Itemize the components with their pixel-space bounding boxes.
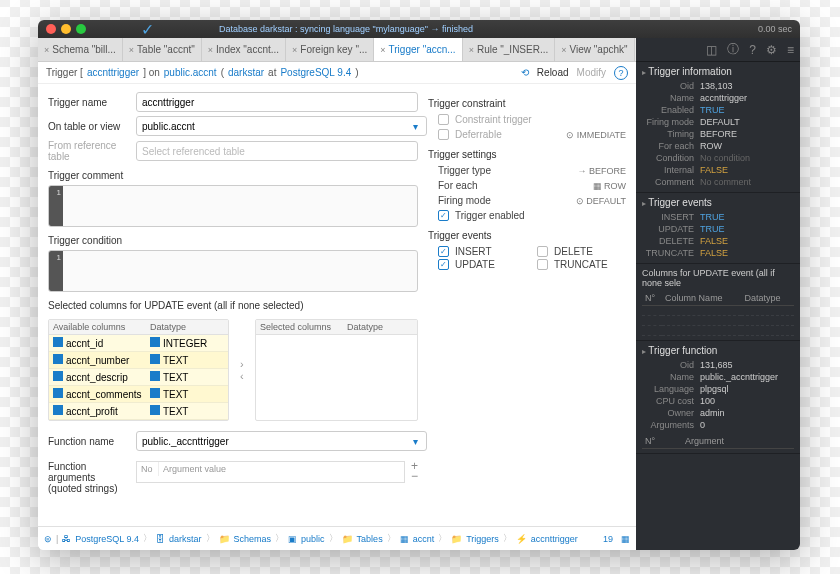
trigger-name-input[interactable] (136, 92, 418, 112)
move-left-icon[interactable]: ‹ (240, 370, 244, 382)
function-args-label: Function arguments (quoted strings) (48, 461, 130, 494)
footer-schemas[interactable]: Schemas (234, 534, 272, 544)
inspector-value: TRUE (700, 224, 725, 234)
close-icon[interactable]: × (129, 45, 134, 55)
for-each-value[interactable]: ▦ ROW (593, 181, 627, 191)
home-icon[interactable]: ⊜ (44, 534, 52, 544)
firing-mode-value[interactable]: ⊙ DEFAULT (576, 196, 626, 206)
trigger-condition-input[interactable]: 1 (48, 250, 418, 292)
footer-tables[interactable]: Tables (357, 534, 383, 544)
inspector-value: TRUE (700, 212, 725, 222)
close-icon[interactable]: × (469, 45, 474, 55)
close-icon[interactable]: × (561, 45, 566, 55)
close-icon[interactable]: × (44, 45, 49, 55)
side-info-title[interactable]: Trigger information (642, 66, 794, 77)
trigger-comment-input[interactable]: 1 (48, 185, 418, 227)
remove-arg-button[interactable]: − (411, 471, 418, 481)
update-event-checkbox[interactable]: ✓ (438, 259, 449, 270)
crumb-prefix: Trigger [ (46, 67, 83, 78)
side-events-title[interactable]: Trigger events (642, 197, 794, 208)
inspector-help-icon[interactable]: ? (749, 43, 756, 57)
inspector-row: UPDATETRUE (642, 223, 794, 235)
minimize-window-button[interactable] (61, 24, 71, 34)
tab-trigger[interactable]: ×Trigger "accn... (374, 38, 462, 61)
move-right-icon[interactable]: › (240, 358, 244, 370)
footer-triggers[interactable]: Triggers (466, 534, 499, 544)
footer-table[interactable]: accnt (413, 534, 435, 544)
column-row[interactable]: accnt_commentsTEXT (49, 386, 228, 403)
grid-icon[interactable]: ▦ (621, 534, 630, 544)
inspector-value: FALSE (700, 236, 728, 246)
inspector-menu-icon[interactable]: ≡ (787, 43, 794, 57)
deferrable-checkbox[interactable] (438, 129, 449, 140)
tab-schema[interactable]: ×Schema "bill... (38, 38, 123, 61)
trigger-enabled-checkbox[interactable]: ✓ (438, 210, 449, 221)
column-row[interactable]: accnt_numberTEXT (49, 352, 228, 369)
inspector-row: Firing modeDEFAULT (642, 116, 794, 128)
inspector-row: EnabledTRUE (642, 104, 794, 116)
close-icon[interactable]: × (208, 45, 213, 55)
inspector-label: CPU cost (642, 396, 700, 406)
inspector-pane: ◫ ⓘ ? ⚙ ≡ Trigger information Oid138,103… (636, 38, 800, 550)
column-icon (53, 337, 63, 347)
tab-label: Foreign key "... (300, 44, 367, 55)
inspector-gear-icon[interactable]: ⚙ (766, 43, 777, 57)
delete-event-checkbox[interactable] (537, 246, 548, 257)
constraint-trigger-checkbox[interactable] (438, 114, 449, 125)
crumb-trigger-name[interactable]: accnttrigger (87, 67, 139, 78)
crumb-server[interactable]: PostgreSQL 9.4 (280, 67, 351, 78)
tab-view[interactable]: ×View "apchk" (555, 38, 634, 61)
reload-button[interactable]: Reload (537, 67, 569, 78)
tab-rule[interactable]: ×Rule "_INSER... (463, 38, 556, 61)
crumb-db[interactable]: darkstar (228, 67, 264, 78)
inspector-value: admin (700, 408, 725, 418)
line-gutter: 1 (49, 186, 63, 226)
path-footer: ⊜| 🖧PostgreSQL 9.4〉 🗄darkstar〉 📁Schemas〉… (38, 526, 636, 550)
column-icon (53, 354, 63, 364)
help-icon[interactable]: ? (614, 66, 628, 80)
crumb-table[interactable]: public.accnt (164, 67, 217, 78)
inspector-info-icon[interactable]: ⓘ (727, 41, 739, 58)
dropdown-icon[interactable]: ▾ (413, 436, 418, 447)
inspector-label: For each (642, 141, 700, 151)
column-row[interactable]: accnt_profitTEXT (49, 403, 228, 420)
function-args-table[interactable]: No Argument value (136, 461, 405, 483)
footer-trigger[interactable]: accnttrigger (531, 534, 578, 544)
tab-index[interactable]: ×Index "accnt... (202, 38, 286, 61)
function-name-input[interactable] (136, 431, 427, 451)
inspector-left-icon[interactable]: ◫ (706, 43, 717, 57)
modify-button[interactable]: Modify (577, 67, 606, 78)
inspector-label: Firing mode (642, 117, 700, 127)
footer-public[interactable]: public (301, 534, 325, 544)
inspector-label: Comment (642, 177, 700, 187)
close-icon[interactable]: × (380, 45, 385, 55)
args-header-no: No (137, 462, 159, 476)
truncate-event-checkbox[interactable] (537, 259, 548, 270)
close-icon[interactable]: × (292, 45, 297, 55)
tab-fk[interactable]: ×Foreign key "... (286, 38, 374, 61)
footer-db[interactable]: darkstar (169, 534, 202, 544)
folder-icon: 📁 (451, 534, 462, 544)
trigger-type-value[interactable]: → BEFORE (577, 166, 626, 176)
editor-tabs: ×Schema "bill... ×Table "accnt" ×Index "… (38, 38, 636, 62)
side-fn-title[interactable]: Trigger function (642, 345, 794, 356)
zoom-window-button[interactable] (76, 24, 86, 34)
footer-count: 19 (603, 534, 613, 544)
insert-event-checkbox[interactable]: ✓ (438, 246, 449, 257)
inspector-label: UPDATE (642, 224, 700, 234)
tab-table[interactable]: ×Table "accnt" (123, 38, 202, 61)
close-window-button[interactable] (46, 24, 56, 34)
schema-icon: ▣ (288, 534, 297, 544)
reload-icon[interactable]: ⟲ (521, 67, 529, 78)
th-no: N° (642, 291, 662, 306)
column-row[interactable]: accnt_idINTEGER (49, 335, 228, 352)
on-table-input[interactable] (136, 116, 427, 136)
tab-label: Table "accnt" (137, 44, 195, 55)
inspector-label: Name (642, 93, 700, 103)
column-row[interactable]: accnt_descripTEXT (49, 369, 228, 386)
ref-table-input[interactable] (136, 141, 418, 161)
insert-event-label: INSERT (455, 246, 492, 257)
footer-server[interactable]: PostgreSQL 9.4 (75, 534, 139, 544)
inspector-value: 100 (700, 396, 715, 406)
dropdown-icon[interactable]: ▾ (413, 121, 418, 132)
